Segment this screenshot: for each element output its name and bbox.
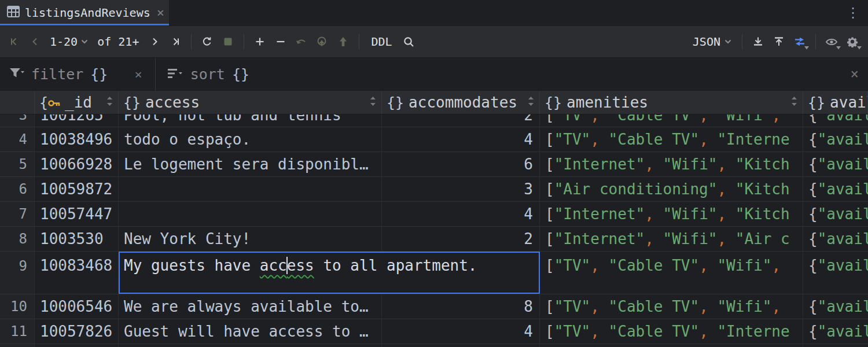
stop-icon[interactable] bbox=[218, 32, 238, 51]
id-cell[interactable]: 10057826 bbox=[35, 319, 119, 344]
delete-row-button[interactable] bbox=[271, 32, 290, 51]
access-cell[interactable] bbox=[119, 202, 382, 226]
accommodates-cell[interactable]: 4 bbox=[382, 319, 540, 344]
sort-lines-icon[interactable] bbox=[167, 66, 183, 83]
accommodates-cell[interactable]: 4 bbox=[382, 202, 540, 226]
row-number-cell[interactable]: 5 bbox=[0, 152, 35, 176]
availability-cell[interactable]: {"availab bbox=[803, 127, 868, 152]
page-range-dropdown[interactable]: 1-20 bbox=[46, 35, 91, 49]
next-page-button[interactable] bbox=[145, 32, 164, 51]
amenities-cell[interactable]: ["Air conditioning", "Kitch bbox=[540, 177, 803, 201]
availability-cell[interactable]: {"availab bbox=[803, 294, 868, 319]
id-cell[interactable] bbox=[35, 344, 119, 347]
accommodates-cell[interactable]: 4 bbox=[382, 127, 540, 152]
availability-cell[interactable]: {"availab bbox=[803, 177, 868, 201]
amenities-cell[interactable]: ["TV", "Cable TV", "Wifi", bbox=[540, 252, 803, 294]
column-header-availability[interactable]: {}availability bbox=[803, 91, 868, 114]
export-icon[interactable] bbox=[748, 32, 768, 51]
column-header-accommodates[interactable]: {}accommodates bbox=[382, 91, 540, 114]
compare-icon[interactable] bbox=[790, 32, 810, 51]
column-header-id[interactable]: {_id bbox=[35, 91, 119, 114]
amenities-cell[interactable] bbox=[540, 344, 803, 347]
view-format-dropdown[interactable]: JSON bbox=[688, 35, 736, 49]
id-cell[interactable]: 10066928 bbox=[35, 152, 119, 176]
column-header-amenities[interactable]: {}amenities bbox=[540, 91, 803, 114]
accommodates-cell[interactable]: 2 bbox=[382, 115, 540, 127]
row-number-cell[interactable]: 3 bbox=[0, 115, 35, 127]
availability-cell[interactable]: {"availab bbox=[803, 319, 868, 344]
filter-funnel-icon[interactable] bbox=[9, 66, 24, 83]
row-number-cell[interactable]: 12 bbox=[0, 344, 35, 347]
row-number-cell[interactable]: 11 bbox=[0, 319, 35, 344]
accommodates-cell[interactable]: 2 bbox=[382, 227, 540, 251]
first-page-button[interactable] bbox=[5, 32, 24, 51]
add-row-button[interactable] bbox=[250, 32, 270, 51]
refresh-icon[interactable] bbox=[197, 32, 217, 51]
sort-arrows-icon[interactable] bbox=[101, 94, 113, 111]
sort-field[interactable]: sort {} bbox=[167, 66, 249, 83]
amenities-cell[interactable]: ["Internet", "Wifi", "Air c bbox=[540, 227, 803, 251]
access-cell[interactable] bbox=[119, 177, 382, 201]
more-options-icon[interactable]: ⋮ bbox=[846, 6, 860, 20]
access-cell[interactable]: todo o espaço. bbox=[119, 127, 382, 152]
sort-arrows-icon[interactable] bbox=[523, 94, 535, 111]
settings-gear-icon[interactable] bbox=[843, 32, 862, 51]
sort-arrows-icon[interactable] bbox=[786, 94, 798, 111]
filter-value[interactable]: {} bbox=[90, 66, 108, 83]
availability-cell[interactable]: {"availab bbox=[803, 152, 868, 176]
sort-value[interactable]: {} bbox=[232, 66, 249, 83]
row-number-cell[interactable]: 7 bbox=[0, 202, 35, 226]
availability-cell[interactable]: {"availab bbox=[803, 252, 868, 294]
access-cell[interactable]: Pool, hot tub and tennis bbox=[119, 115, 382, 127]
amenities-cell[interactable]: ["Internet", "Wifi", "Kitch bbox=[540, 202, 803, 226]
id-cell[interactable]: 10006546 bbox=[35, 294, 119, 319]
row-number-cell[interactable]: 8 bbox=[0, 227, 35, 251]
access-cell[interactable]: New York City! bbox=[119, 227, 382, 251]
filter-field[interactable]: filter {} bbox=[9, 66, 108, 83]
amenities-cell[interactable]: ["TV", "Cable TV", "Wifi", bbox=[540, 115, 803, 127]
amenities-cell[interactable]: ["TV", "Cable TV", "Interne bbox=[540, 127, 803, 152]
row-number-cell[interactable]: 6 bbox=[0, 177, 35, 201]
filter-clear-icon[interactable]: × bbox=[134, 67, 142, 82]
tab-listings-and-reviews[interactable]: listingsAndReviews × bbox=[0, 0, 169, 25]
commit-icon[interactable] bbox=[333, 32, 353, 51]
sort-arrows-icon[interactable] bbox=[365, 94, 377, 111]
revert-icon[interactable] bbox=[292, 32, 311, 51]
id-cell[interactable]: 10057447 bbox=[35, 202, 119, 226]
import-icon[interactable] bbox=[769, 32, 789, 51]
header-corner-cell[interactable] bbox=[0, 91, 35, 114]
access-cell[interactable]: Le logement sera disponibl… bbox=[119, 152, 382, 176]
submit-icon[interactable] bbox=[312, 32, 332, 51]
id-cell[interactable]: 10038496 bbox=[35, 127, 119, 152]
cell-editor[interactable]: My guests have access to all apartment. bbox=[119, 252, 540, 294]
availability-cell[interactable] bbox=[803, 344, 868, 347]
row-number-cell[interactable]: 4 bbox=[0, 127, 35, 152]
amenities-cell[interactable]: ["TV", "Cable TV", "Interne bbox=[540, 319, 803, 344]
access-cell[interactable]: We are always available to… bbox=[119, 294, 382, 319]
amenities-cell[interactable]: ["TV", "Cable TV", "Wifi", bbox=[540, 294, 803, 319]
tab-close-icon[interactable]: × bbox=[157, 6, 164, 19]
id-cell[interactable]: 10059872 bbox=[35, 177, 119, 201]
row-number-cell[interactable]: 9 bbox=[0, 252, 35, 294]
availability-cell[interactable]: {"availab bbox=[803, 227, 868, 251]
view-options-eye-icon[interactable] bbox=[822, 32, 841, 51]
accommodates-cell[interactable]: 6 bbox=[382, 152, 540, 176]
id-cell[interactable]: 10083468 bbox=[35, 252, 119, 294]
availability-cell[interactable]: {"availab bbox=[803, 202, 868, 226]
row-number-cell[interactable]: 10 bbox=[0, 294, 35, 319]
accommodates-cell[interactable]: 3 bbox=[382, 177, 540, 201]
id-cell[interactable]: 1001265 bbox=[35, 115, 119, 127]
last-page-button[interactable] bbox=[165, 32, 185, 51]
search-icon[interactable] bbox=[399, 32, 419, 51]
accommodates-cell[interactable]: 8 bbox=[382, 294, 540, 319]
id-cell[interactable]: 1003530 bbox=[35, 227, 119, 251]
accommodates-cell[interactable] bbox=[382, 344, 540, 347]
amenities-cell[interactable]: ["Internet", "Wifi", "Kitch bbox=[540, 152, 803, 176]
previous-page-button[interactable] bbox=[25, 32, 45, 51]
filter-bar-close-icon[interactable]: × bbox=[851, 66, 859, 82]
column-header-access[interactable]: {}access bbox=[119, 91, 382, 114]
access-cell[interactable]: Guest will have access to … bbox=[119, 319, 382, 344]
access-cell[interactable] bbox=[119, 344, 382, 347]
ddl-button[interactable]: DDL bbox=[365, 35, 398, 49]
availability-cell[interactable]: {"availab bbox=[803, 115, 868, 127]
